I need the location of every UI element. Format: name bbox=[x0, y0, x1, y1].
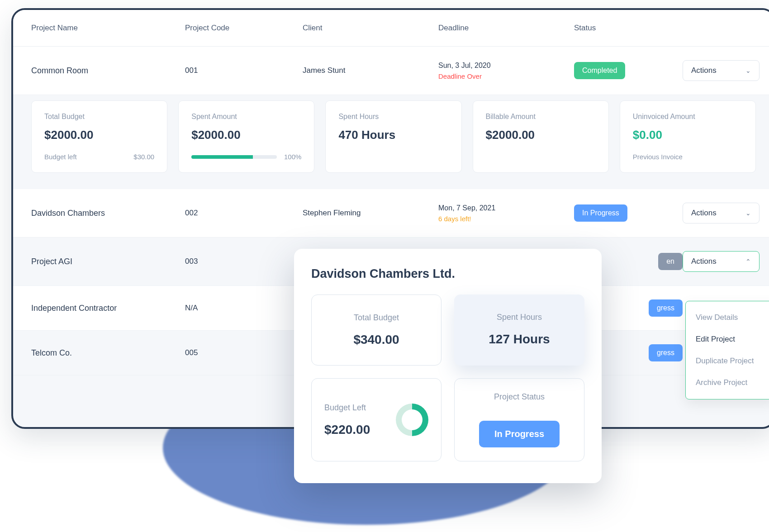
deadline-note: Deadline Over bbox=[438, 72, 574, 80]
mini-value: 127 Hours bbox=[465, 332, 574, 347]
budget-left-value: $30.00 bbox=[133, 153, 154, 161]
progress-bar bbox=[191, 155, 277, 159]
project-name: Davidson Chambers bbox=[31, 209, 185, 218]
previous-invoice-label: Previous Invoice bbox=[633, 153, 683, 161]
col-project-code: Project Code bbox=[185, 24, 303, 33]
expanded-stats-row: Total Budget $2000.00 Budget left $30.00… bbox=[13, 95, 769, 189]
actions-dropdown-button[interactable]: Actions ⌃ bbox=[683, 251, 760, 272]
stat-value: $2000.00 bbox=[44, 128, 154, 142]
popup-total-budget-card: Total Budget $340.00 bbox=[311, 294, 441, 366]
popup-status-card: Project Status In Progress bbox=[454, 378, 584, 461]
mini-label: Budget Left bbox=[324, 403, 389, 413]
budget-left-label: Budget left bbox=[44, 153, 77, 161]
status-badge: In Progress bbox=[574, 204, 627, 222]
menu-view-details[interactable]: View Details bbox=[686, 307, 769, 328]
spent-amount-card: Spent Amount $2000.00 100% bbox=[178, 100, 314, 173]
stat-label: Billable Amount bbox=[486, 113, 596, 121]
stat-label: Spent Hours bbox=[338, 113, 448, 121]
status-badge: gress bbox=[649, 299, 683, 317]
col-project-name: Project Name bbox=[31, 24, 185, 33]
project-code: N/A bbox=[185, 304, 303, 313]
actions-label: Actions bbox=[691, 209, 717, 218]
col-deadline: Deadline bbox=[438, 24, 574, 33]
actions-dropdown-button[interactable]: Actions ⌄ bbox=[683, 203, 760, 223]
progress-percent: 100% bbox=[284, 153, 301, 161]
actions-dropdown-button[interactable]: Actions ⌄ bbox=[683, 60, 760, 81]
donut-chart-icon bbox=[396, 404, 428, 436]
stat-label: Total Budget bbox=[44, 113, 154, 121]
table-header-row: Project Name Project Code Client Deadlin… bbox=[13, 10, 769, 47]
project-code: 005 bbox=[185, 348, 303, 357]
popup-spent-hours-card: Spent Hours 127 Hours bbox=[454, 294, 584, 366]
menu-archive-project[interactable]: Archive Project bbox=[686, 372, 769, 394]
spent-hours-card: Spent Hours 470 Hours bbox=[325, 100, 461, 173]
total-budget-card: Total Budget $2000.00 Budget left $30.00 bbox=[31, 100, 167, 173]
menu-edit-project[interactable]: Edit Project bbox=[686, 328, 769, 350]
billable-amount-card: Billable Amount $2000.00 bbox=[473, 100, 609, 173]
status-badge: Completed bbox=[574, 62, 625, 79]
stat-label: Spent Amount bbox=[191, 113, 301, 121]
mini-label: Project Status bbox=[465, 392, 573, 402]
mini-value: $220.00 bbox=[324, 423, 389, 437]
client-name: James Stunt bbox=[303, 66, 438, 75]
mini-label: Spent Hours bbox=[465, 313, 574, 322]
status-badge: gress bbox=[649, 344, 683, 361]
stat-label: Uninvoiced Amount bbox=[633, 113, 743, 121]
stat-value: $2000.00 bbox=[191, 128, 301, 142]
deadline-date: Mon, 7 Sep, 2021 bbox=[438, 204, 574, 212]
status-badge: en bbox=[658, 253, 683, 270]
status-badge: In Progress bbox=[479, 421, 560, 447]
popup-title: Davidson Chambers Ltd. bbox=[311, 267, 584, 281]
mini-label: Total Budget bbox=[323, 313, 430, 323]
project-code: 002 bbox=[185, 209, 303, 218]
project-detail-popup: Davidson Chambers Ltd. Total Budget $340… bbox=[294, 249, 602, 483]
project-code: 001 bbox=[185, 66, 303, 75]
stat-value: 470 Hours bbox=[338, 128, 448, 142]
chevron-down-icon: ⌄ bbox=[745, 209, 751, 217]
menu-duplicate-project[interactable]: Duplicate Project bbox=[686, 350, 769, 372]
col-client: Client bbox=[303, 24, 438, 33]
chevron-down-icon: ⌄ bbox=[745, 67, 751, 74]
deadline-date: Sun, 3 Jul, 2020 bbox=[438, 62, 574, 70]
uninvoiced-amount-card: Uninvoiced Amount $0.00 Previous Invoice bbox=[620, 100, 756, 173]
deadline-note: 6 days left! bbox=[438, 215, 574, 223]
project-code: 003 bbox=[185, 257, 303, 266]
project-name: Common Room bbox=[31, 66, 185, 76]
client-name: Stephen Fleming bbox=[303, 209, 438, 218]
stat-value: $0.00 bbox=[633, 128, 743, 142]
stat-value: $2000.00 bbox=[486, 128, 596, 142]
project-name: Independent Contractor bbox=[31, 304, 185, 313]
actions-label: Actions bbox=[691, 257, 717, 266]
table-row[interactable]: Davidson Chambers 002 Stephen Fleming Mo… bbox=[13, 189, 769, 238]
project-name: Telcom Co. bbox=[31, 348, 185, 358]
mini-value: $340.00 bbox=[323, 332, 430, 347]
actions-label: Actions bbox=[691, 66, 717, 75]
actions-dropdown-menu: View Details Edit Project Duplicate Proj… bbox=[685, 301, 769, 399]
col-status: Status bbox=[574, 24, 683, 33]
chevron-up-icon: ⌃ bbox=[745, 258, 751, 265]
table-row[interactable]: Common Room 001 James Stunt Sun, 3 Jul, … bbox=[13, 47, 769, 95]
col-actions bbox=[683, 24, 756, 33]
popup-budget-left-card: Budget Left $220.00 bbox=[311, 378, 441, 461]
project-name: Project AGI bbox=[31, 257, 185, 266]
